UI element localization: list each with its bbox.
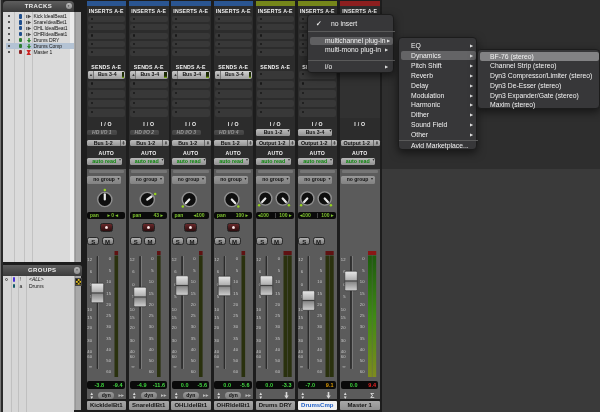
svg-text:40: 40 xyxy=(256,349,261,354)
svg-text:12: 12 xyxy=(341,257,346,262)
svg-text:0: 0 xyxy=(320,256,323,261)
svg-text:0: 0 xyxy=(301,282,304,287)
svg-text:30: 30 xyxy=(87,338,92,343)
svg-text:5: 5 xyxy=(278,268,281,273)
svg-text:12: 12 xyxy=(172,257,177,262)
svg-text:60: 60 xyxy=(172,354,177,359)
svg-text:20: 20 xyxy=(130,325,135,330)
svg-text:10: 10 xyxy=(87,307,92,312)
svg-text:25: 25 xyxy=(275,313,280,318)
svg-text:35: 35 xyxy=(317,336,322,341)
svg-text:6: 6 xyxy=(90,269,93,274)
svg-text:40: 40 xyxy=(360,347,365,352)
svg-text:∞: ∞ xyxy=(216,364,219,369)
svg-text:30: 30 xyxy=(214,338,219,343)
svg-text:25: 25 xyxy=(106,313,111,318)
svg-text:30: 30 xyxy=(317,324,322,329)
svg-text:30: 30 xyxy=(256,338,261,343)
svg-text:10: 10 xyxy=(149,279,154,284)
svg-text:30: 30 xyxy=(191,324,196,329)
svg-text:12: 12 xyxy=(298,257,303,262)
svg-text:20: 20 xyxy=(149,302,154,307)
svg-text:15: 15 xyxy=(360,291,365,296)
svg-text:15: 15 xyxy=(191,291,196,296)
svg-text:35: 35 xyxy=(191,336,196,341)
svg-text:10: 10 xyxy=(360,279,365,284)
svg-text:35: 35 xyxy=(275,336,280,341)
svg-text:40: 40 xyxy=(233,347,238,352)
svg-text:25: 25 xyxy=(233,313,238,318)
svg-text:0: 0 xyxy=(193,256,196,261)
svg-text:12: 12 xyxy=(214,257,219,262)
svg-text:5: 5 xyxy=(362,268,365,273)
svg-text:15: 15 xyxy=(149,291,154,296)
svg-text:50: 50 xyxy=(149,358,154,363)
svg-text:20: 20 xyxy=(87,325,92,330)
svg-text:60: 60 xyxy=(298,354,303,359)
svg-text:30: 30 xyxy=(341,338,346,343)
svg-text:25: 25 xyxy=(191,313,196,318)
svg-text:25: 25 xyxy=(360,313,365,318)
svg-text:∞: ∞ xyxy=(343,364,346,369)
svg-text:12: 12 xyxy=(87,257,92,262)
svg-text:15: 15 xyxy=(87,315,92,320)
svg-text:30: 30 xyxy=(172,338,177,343)
svg-text:50: 50 xyxy=(233,358,238,363)
svg-text:15: 15 xyxy=(172,315,177,320)
svg-text:10: 10 xyxy=(341,307,346,312)
svg-text:∞: ∞ xyxy=(300,364,303,369)
svg-text:10: 10 xyxy=(317,279,322,284)
svg-text:20: 20 xyxy=(172,325,177,330)
svg-text:∞: ∞ xyxy=(132,364,135,369)
svg-text:50: 50 xyxy=(317,358,322,363)
svg-text:40: 40 xyxy=(149,347,154,352)
svg-text:60: 60 xyxy=(256,354,261,359)
svg-text:15: 15 xyxy=(317,291,322,296)
svg-text:0: 0 xyxy=(362,256,365,261)
svg-text:25: 25 xyxy=(149,313,154,318)
svg-text:5: 5 xyxy=(320,268,323,273)
svg-text:40: 40 xyxy=(172,349,177,354)
svg-text:6: 6 xyxy=(217,269,220,274)
svg-text:6: 6 xyxy=(301,269,304,274)
svg-text:40: 40 xyxy=(87,349,92,354)
svg-text:12: 12 xyxy=(130,257,135,262)
svg-text:40: 40 xyxy=(214,349,219,354)
svg-text:50: 50 xyxy=(275,358,280,363)
svg-text:10: 10 xyxy=(191,279,196,284)
svg-text:5: 5 xyxy=(236,268,239,273)
svg-text:10: 10 xyxy=(275,279,280,284)
svg-text:5: 5 xyxy=(151,268,154,273)
svg-text:5: 5 xyxy=(343,294,346,299)
svg-text:40: 40 xyxy=(317,347,322,352)
svg-text:10: 10 xyxy=(130,307,135,312)
svg-text:30: 30 xyxy=(275,324,280,329)
svg-text:60: 60 xyxy=(341,354,346,359)
svg-text:60: 60 xyxy=(130,354,135,359)
svg-text:0: 0 xyxy=(151,256,154,261)
svg-text:20: 20 xyxy=(256,325,261,330)
svg-text:6: 6 xyxy=(259,269,262,274)
svg-text:15: 15 xyxy=(233,291,238,296)
svg-text:∞: ∞ xyxy=(258,364,261,369)
svg-text:10: 10 xyxy=(106,279,111,284)
svg-text:30: 30 xyxy=(130,338,135,343)
svg-text:6: 6 xyxy=(132,269,135,274)
svg-text:60: 60 xyxy=(149,369,154,374)
svg-text:60: 60 xyxy=(87,354,92,359)
svg-text:30: 30 xyxy=(233,324,238,329)
svg-text:15: 15 xyxy=(275,291,280,296)
svg-text:60: 60 xyxy=(360,369,365,374)
svg-text:15: 15 xyxy=(341,315,346,320)
svg-text:15: 15 xyxy=(214,315,219,320)
svg-text:0: 0 xyxy=(132,282,135,287)
svg-text:25: 25 xyxy=(317,313,322,318)
svg-text:5: 5 xyxy=(193,268,196,273)
svg-text:20: 20 xyxy=(275,302,280,307)
svg-text:20: 20 xyxy=(298,325,303,330)
svg-text:50: 50 xyxy=(360,358,365,363)
svg-text:10: 10 xyxy=(214,307,219,312)
svg-text:50: 50 xyxy=(191,358,196,363)
svg-text:30: 30 xyxy=(149,324,154,329)
svg-text:20: 20 xyxy=(214,325,219,330)
